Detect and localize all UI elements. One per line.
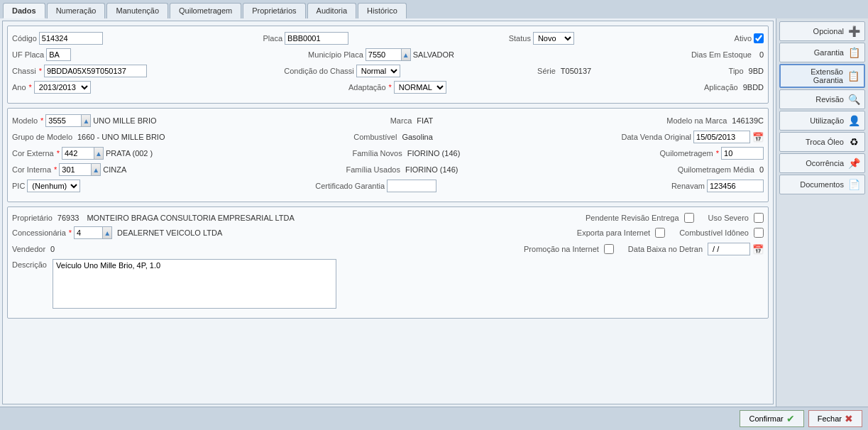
field-grupo: Grupo de Modelo 1660 - UNO MILLE BRIO: [12, 133, 165, 141]
field-combustivel: Combustível Gasolina: [353, 133, 433, 141]
cor-externa-up[interactable]: ▲: [94, 147, 104, 160]
content-area: Código Placa Status Novo Usado: [0, 18, 868, 407]
field-codigo: Código: [12, 32, 103, 45]
documentos-button[interactable]: Documentos 📄: [779, 175, 865, 194]
confirmar-button[interactable]: Confirmar ✔: [740, 410, 803, 427]
fechar-button[interactable]: Fechar ✖: [808, 410, 862, 427]
extensao-garantia-icon: 📋: [846, 69, 860, 83]
tab-proprietarios[interactable]: Proprietários: [243, 3, 305, 18]
cor-interna-label: Cor Interna: [12, 165, 51, 174]
quilometragem-input[interactable]: [721, 147, 764, 160]
promocao-checkbox[interactable]: [604, 244, 614, 254]
municipio-input[interactable]: [366, 48, 401, 61]
row-ano: Ano * 2013/2013 Adaptação * NORMAL: [12, 81, 764, 94]
uso-severo-checkbox[interactable]: [754, 213, 764, 223]
revisao-button[interactable]: Revisão 🔍: [779, 89, 865, 109]
field-comb-idoneo: Combustível Idôneo: [679, 228, 764, 238]
field-uf: UF Placa: [12, 48, 71, 61]
dias-label: Dias Em Estoque: [691, 50, 752, 59]
tab-historico[interactable]: Histórico: [358, 3, 407, 18]
tabs-bar: Dados Numeração Manutenção Quilometragem…: [0, 0, 868, 18]
modelo-up[interactable]: ▲: [81, 114, 91, 127]
garantia-label: Garantia: [784, 48, 844, 57]
modelo-marca-label: Modelo na Marca: [666, 116, 727, 125]
data-baixa-input[interactable]: [708, 243, 750, 255]
comb-idoneo-checkbox[interactable]: [754, 228, 764, 238]
municipio-up[interactable]: ▲: [401, 48, 411, 61]
garantia-button[interactable]: Garantia 📋: [779, 43, 865, 62]
revisao-icon: 🔍: [847, 92, 861, 106]
promocao-label: Promoção na Internet: [524, 245, 599, 253]
placa-input[interactable]: [285, 32, 348, 45]
cor-externa-input[interactable]: [62, 147, 94, 160]
tab-numeracao[interactable]: Numeração: [47, 3, 106, 18]
renavam-input[interactable]: [707, 180, 764, 192]
calendar-icon[interactable]: 📅: [752, 132, 764, 143]
field-marca: Marca FIAT: [390, 116, 434, 125]
exporta-label: Exporta para Internet: [577, 228, 650, 237]
pic-select[interactable]: (Nenhum): [27, 180, 80, 192]
cor-interna-input[interactable]: [59, 163, 91, 176]
data-baixa-label: Data Baixa no Detran: [628, 245, 703, 253]
condicao-label: Condição do Chassi: [284, 67, 353, 75]
utilizacao-label: Utilização: [784, 116, 844, 125]
cor-interna-required: *: [54, 165, 57, 174]
field-quilo-media: Quilometragem Média 0: [678, 165, 764, 174]
field-pic: PIC (Nenhum): [12, 180, 80, 192]
row-proprietario: Proprietário 76933 MONTEIRO BRAGA CONSUL…: [12, 213, 764, 223]
field-tipo: Tipo 9BD: [729, 67, 764, 75]
troca-oleo-label: Troca Óleo: [784, 138, 844, 146]
troca-oleo-button[interactable]: Troca Óleo ♻: [779, 132, 865, 152]
field-data-baixa: Data Baixa no Detran 📅: [628, 243, 764, 255]
extensao-garantia-button[interactable]: Extensão Garantia 📋: [779, 64, 865, 88]
concessionaria-input[interactable]: [74, 226, 102, 239]
data-baixa-calendar-icon[interactable]: 📅: [752, 244, 764, 255]
extensao-garantia-label: Extensão Garantia: [784, 67, 843, 84]
codigo-input[interactable]: [39, 32, 103, 45]
cor-interna-name: CINZA: [103, 165, 126, 174]
opcional-button[interactable]: Opcional ➕: [779, 21, 865, 41]
adaptacao-select[interactable]: NORMAL: [394, 81, 446, 94]
ocorrencia-button[interactable]: Ocorrência 📌: [779, 153, 865, 173]
conc-up[interactable]: ▲: [102, 226, 112, 239]
quilo-media-value: 0: [759, 165, 764, 174]
tab-manutencao[interactable]: Manutenção: [106, 3, 168, 18]
pendente-checkbox[interactable]: [684, 213, 694, 223]
chassi-label: Chassi: [12, 67, 36, 75]
ativo-checkbox[interactable]: [754, 33, 764, 43]
row-concessionaria: Concessionária * ▲ DEALERNET VEICOLO LTD…: [12, 226, 764, 239]
conc-spinner: ▲: [74, 226, 112, 239]
field-cor-interna: Cor Interna * ▲ CINZA: [12, 163, 126, 176]
utilizacao-button[interactable]: Utilização 👤: [779, 111, 865, 131]
chassi-input[interactable]: [44, 65, 147, 77]
field-chassi: Chassi *: [12, 65, 147, 77]
field-ativo: Ativo: [735, 33, 764, 43]
grupo-label: Grupo de Modelo: [12, 133, 72, 141]
modelo-input[interactable]: [45, 114, 81, 127]
field-status: Status Novo Usado: [509, 32, 574, 45]
field-certificado: Certificado Garantia: [315, 180, 436, 192]
aplicacao-value: 9BDD: [743, 83, 764, 92]
familia-novos-label: Família Novos: [352, 149, 402, 158]
exporta-checkbox[interactable]: [655, 228, 665, 238]
tab-auditoria[interactable]: Auditoria: [307, 3, 356, 18]
descricao-textarea[interactable]: [53, 259, 336, 309]
condicao-select[interactable]: Normal: [356, 65, 400, 77]
main-container: Dados Numeração Manutenção Quilometragem…: [0, 0, 868, 430]
aplicacao-label: Aplicação: [704, 83, 738, 92]
fechar-label: Fechar: [818, 414, 842, 423]
tab-quilometragem[interactable]: Quilometragem: [170, 3, 241, 18]
cor-interna-up[interactable]: ▲: [91, 163, 101, 176]
status-select[interactable]: Novo Usado: [533, 32, 574, 45]
field-promocao: Promoção na Internet: [524, 244, 614, 254]
revisao-label: Revisão: [784, 95, 844, 104]
field-adaptacao: Adaptação * NORMAL: [348, 81, 446, 94]
field-serie: Série T050137: [537, 67, 591, 75]
uf-input[interactable]: [46, 48, 71, 61]
data-venda-input[interactable]: [693, 131, 750, 143]
codigo-label: Código: [12, 34, 37, 43]
certificado-input[interactable]: [387, 180, 436, 192]
tab-dados[interactable]: Dados: [3, 3, 45, 18]
status-label: Status: [509, 34, 531, 43]
ano-select[interactable]: 2013/2013: [34, 81, 91, 94]
